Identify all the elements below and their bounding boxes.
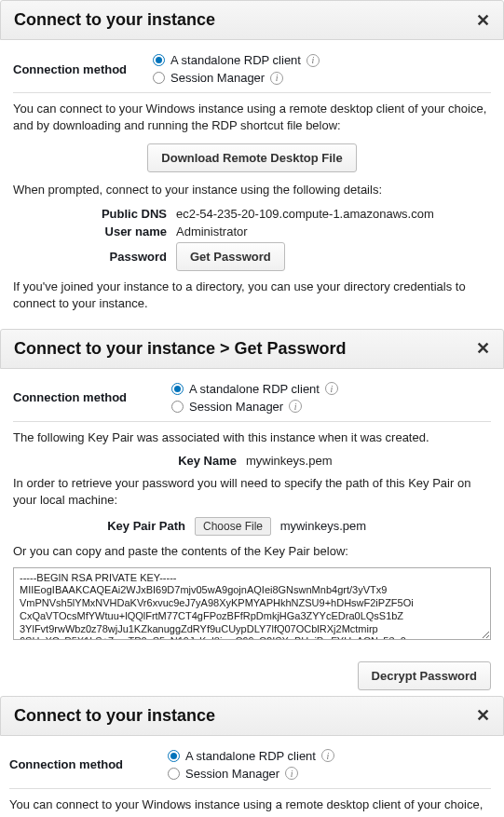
info-icon[interactable]: i xyxy=(289,400,302,413)
radio-session-manager[interactable]: Session Manager i xyxy=(168,767,334,781)
radio-label: Session Manager xyxy=(189,400,283,414)
public-dns-label: Public DNS xyxy=(13,207,176,221)
connection-method-label: Connection method xyxy=(9,757,168,771)
key-contents-textarea[interactable] xyxy=(13,567,491,640)
connection-method-row: Connection method A standalone RDP clien… xyxy=(9,749,491,781)
info-icon[interactable]: i xyxy=(306,54,320,67)
info-icon[interactable]: i xyxy=(270,72,283,85)
username-row: User name Administrator xyxy=(13,225,491,238)
info-icon[interactable]: i xyxy=(325,382,338,395)
info-icon[interactable]: i xyxy=(321,749,334,762)
modal-body: Connection method A standalone RDP clien… xyxy=(0,40,504,329)
radio-icon xyxy=(153,72,165,84)
modal-title: Connect to your instance xyxy=(14,706,215,726)
radio-session-manager[interactable]: Session Manager i xyxy=(171,400,338,414)
divider xyxy=(13,421,491,422)
modal-header: Connect to your instance > Get Password … xyxy=(0,329,504,369)
radio-icon xyxy=(171,383,184,395)
divider xyxy=(9,788,491,789)
radio-label: A standalone RDP client xyxy=(170,53,301,67)
connection-method-group: A standalone RDP client i Session Manage… xyxy=(171,382,338,414)
radio-icon xyxy=(168,768,180,780)
close-icon[interactable]: ✕ xyxy=(476,707,490,724)
get-password-button[interactable]: Get Password xyxy=(176,242,285,271)
connect-modal-1: Connect to your instance ✕ Connection me… xyxy=(0,0,504,329)
key-path-row: Key Pair Path Choose File mywinkeys.pem xyxy=(13,517,491,536)
connection-method-label: Connection method xyxy=(13,390,171,404)
radio-label: Session Manager xyxy=(185,767,279,781)
radio-icon xyxy=(168,750,180,762)
connect-modal-2: Connect to your instance ✕ Connection me… xyxy=(0,696,504,817)
modal-body: Connection method A standalone RDP clien… xyxy=(0,736,504,817)
close-icon[interactable]: ✕ xyxy=(476,340,490,357)
keypair-assoc-line: The following Key Pair was associated wi… xyxy=(13,429,491,446)
modal-body: Connection method A standalone RDP clien… xyxy=(0,369,504,652)
close-icon[interactable]: ✕ xyxy=(476,12,490,29)
modal-header: Connect to your instance ✕ xyxy=(0,0,504,40)
password-row: Password Get Password xyxy=(13,242,491,271)
radio-label: A standalone RDP client xyxy=(185,749,316,763)
connection-method-group: A standalone RDP client i Session Manage… xyxy=(168,749,334,781)
username-label: User name xyxy=(13,225,176,238)
choose-file-button[interactable]: Choose File xyxy=(195,517,271,536)
prompt-line: When prompted, connect to your instance … xyxy=(13,182,491,198)
paste-line: Or you can copy and paste the contents o… xyxy=(13,543,491,560)
rdp-description: You can connect to your Windows instance… xyxy=(13,101,491,134)
modal-title: Connect to your instance > Get Password xyxy=(14,339,347,359)
directory-note: If you've joined your instance to a dire… xyxy=(13,279,491,312)
radio-rdp[interactable]: A standalone RDP client i xyxy=(168,749,334,763)
connection-method-label: Connection method xyxy=(13,62,153,76)
connection-method-row: Connection method A standalone RDP clien… xyxy=(13,382,491,414)
password-label: Password xyxy=(13,250,176,264)
decrypt-password-button[interactable]: Decrypt Password xyxy=(358,661,491,690)
radio-icon xyxy=(171,401,184,413)
get-password-modal: Connect to your instance > Get Password … xyxy=(0,329,504,690)
key-name-value: mywinkeys.pem xyxy=(246,454,332,468)
retrieve-line: In order to retrieve your password you w… xyxy=(13,475,491,509)
connection-method-row: Connection method A standalone RDP clien… xyxy=(13,53,491,85)
connection-method-group: A standalone RDP client i Session Manage… xyxy=(153,53,320,85)
key-name-label: Key Name xyxy=(13,454,246,468)
info-icon[interactable]: i xyxy=(285,767,298,780)
radio-rdp[interactable]: A standalone RDP client i xyxy=(153,53,320,67)
divider xyxy=(13,92,491,93)
modal-header: Connect to your instance ✕ xyxy=(0,696,504,736)
radio-label: Session Manager xyxy=(170,71,265,85)
radio-rdp[interactable]: A standalone RDP client i xyxy=(171,382,338,396)
key-name-row: Key Name mywinkeys.pem xyxy=(13,454,491,468)
download-rdp-button[interactable]: Download Remote Desktop File xyxy=(147,143,356,172)
modal-title: Connect to your instance xyxy=(14,10,215,30)
chosen-file-name: mywinkeys.pem xyxy=(280,519,366,533)
radio-label: A standalone RDP client xyxy=(189,382,320,396)
public-dns-row: Public DNS ec2-54-235-20-109.compute-1.a… xyxy=(13,207,491,221)
radio-session-manager[interactable]: Session Manager i xyxy=(153,71,320,85)
public-dns-value: ec2-54-235-20-109.compute-1.amazonaws.co… xyxy=(176,207,434,221)
radio-icon xyxy=(153,54,165,66)
key-path-label: Key Pair Path xyxy=(13,519,195,533)
rdp-description: You can connect to your Windows instance… xyxy=(9,797,491,817)
username-value: Administrator xyxy=(176,225,248,238)
